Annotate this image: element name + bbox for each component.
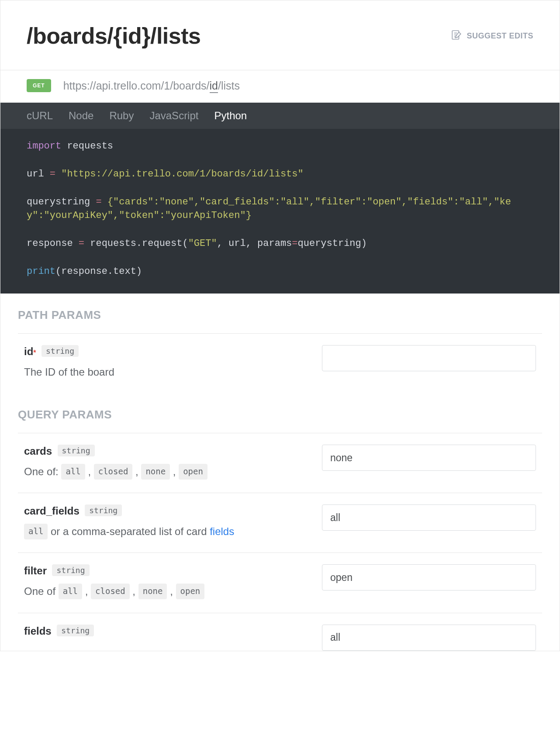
param-type: string: [41, 345, 79, 357]
param-description: One of: all , closed , none , open: [24, 463, 308, 480]
section-title: PATH PARAMS: [18, 308, 542, 322]
tab-ruby[interactable]: Ruby: [109, 110, 134, 122]
param-type: string: [52, 564, 89, 576]
code-tabs: cURL Node Ruby JavaScript Python: [0, 103, 560, 129]
param-description: all or a comma-separated list of card fi…: [24, 523, 308, 539]
param-name: filter: [24, 565, 47, 577]
tab-node[interactable]: Node: [69, 110, 93, 122]
http-method-badge: GET: [27, 79, 51, 92]
param-name: card_fields: [24, 505, 80, 517]
required-marker: *: [33, 349, 36, 356]
code-sample: import requests url = "https://api.trell…: [0, 129, 560, 294]
param-row: id* string The ID of the board: [18, 334, 542, 393]
param-input-cards[interactable]: [322, 445, 536, 471]
path-variable: id: [210, 79, 218, 93]
query-params-section: QUERY PARAMS cards string One of: all , …: [0, 393, 560, 651]
param-input-fields[interactable]: [322, 625, 536, 651]
section-title: QUERY PARAMS: [18, 408, 542, 421]
suggest-edits-button[interactable]: SUGGEST EDITS: [451, 29, 533, 43]
fields-link[interactable]: fields: [210, 525, 234, 537]
param-name: cards: [24, 445, 52, 457]
page-title: /boards/{id}/lists: [27, 23, 200, 49]
param-input-filter[interactable]: [322, 564, 536, 591]
tab-javascript[interactable]: JavaScript: [149, 110, 198, 122]
suggest-edits-label: SUGGEST EDITS: [467, 31, 533, 41]
param-type: string: [85, 504, 122, 516]
param-description: The ID of the board: [24, 364, 308, 380]
endpoint-row: GET https://api.trello.com/1/boards/id/l…: [0, 70, 560, 103]
endpoint-url: https://api.trello.com/1/boards/id/lists: [63, 79, 240, 92]
param-type: string: [58, 445, 95, 456]
param-input-id[interactable]: [322, 345, 536, 371]
param-input-card-fields[interactable]: [322, 504, 536, 531]
param-row: card_fields string all or a comma-separa…: [18, 493, 542, 553]
param-row: filter string One of all , closed , none…: [18, 553, 542, 613]
page-header: /boards/{id}/lists SUGGEST EDITS: [0, 2, 560, 70]
edit-icon: [451, 29, 462, 43]
param-name: fields: [24, 625, 52, 637]
param-row: fields string: [18, 613, 542, 651]
param-row: cards string One of: all , closed , none…: [18, 433, 542, 493]
param-name: id: [24, 345, 33, 357]
param-description: One of all , closed , none , open: [24, 583, 308, 599]
tab-python[interactable]: Python: [214, 110, 247, 122]
param-type: string: [57, 625, 94, 636]
path-params-section: PATH PARAMS id* string The ID of the boa…: [0, 294, 560, 393]
tab-curl[interactable]: cURL: [27, 110, 53, 122]
